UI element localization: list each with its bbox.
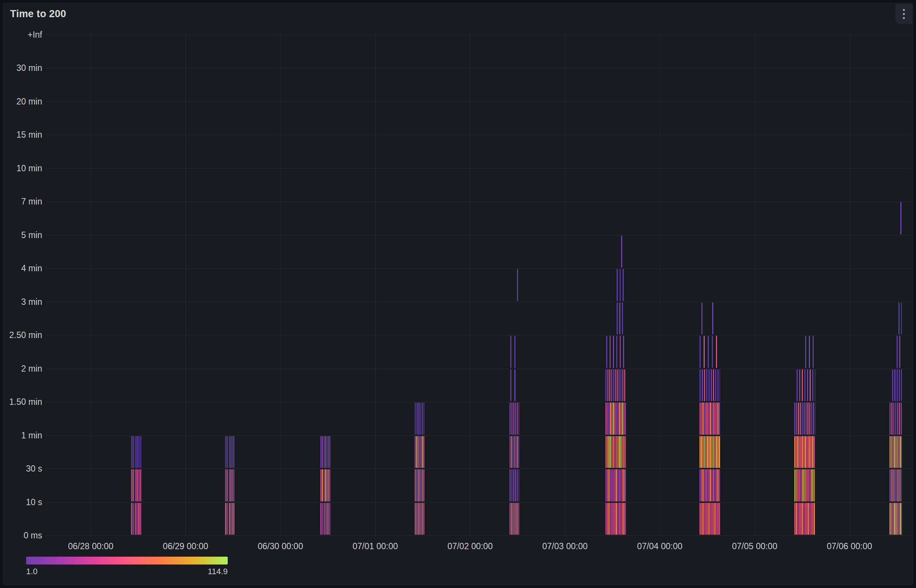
heatmap-cell[interactable] xyxy=(900,202,901,234)
heatmap-cell[interactable] xyxy=(510,336,518,367)
heatmap-cell[interactable] xyxy=(135,436,141,468)
heatmap-cell[interactable] xyxy=(510,402,519,434)
heatmap-cell[interactable] xyxy=(699,336,720,367)
heatmap-cell[interactable] xyxy=(320,503,323,535)
heatmap-cell[interactable] xyxy=(621,236,622,268)
heatmap-cell[interactable] xyxy=(794,503,815,535)
x-axis-label: 07/02 00:00 xyxy=(448,541,493,551)
heatmap-cell[interactable] xyxy=(699,436,720,468)
gridline-horizontal xyxy=(46,35,910,35)
gridline-vertical xyxy=(565,35,565,535)
heatmap-cell[interactable] xyxy=(131,436,134,468)
legend-min-value: 1.0 xyxy=(26,567,38,577)
heatmap-plot: +Inf30 min20 min15 min10 min7 min5 min4 … xyxy=(3,3,913,585)
color-scale-legend: 1.0 114.9 xyxy=(26,557,235,580)
x-axis-label: 07/04 00:00 xyxy=(637,541,683,551)
heatmap-cell[interactable] xyxy=(794,436,815,468)
gridline-horizontal xyxy=(46,135,910,135)
x-axis-label: 07/06 00:00 xyxy=(827,541,872,551)
y-axis-label: 10 s xyxy=(3,498,42,507)
heatmap-cell[interactable] xyxy=(794,402,815,434)
heatmap-cell[interactable] xyxy=(229,469,235,501)
heatmap-cell[interactable] xyxy=(897,336,902,367)
heatmap-cell[interactable] xyxy=(517,269,518,301)
heatmap-cell[interactable] xyxy=(890,503,902,535)
heatmap-cell[interactable] xyxy=(606,336,626,367)
gridline-horizontal xyxy=(46,335,910,335)
heatmap-cell[interactable] xyxy=(510,503,519,535)
y-axis-label: +Inf xyxy=(3,30,42,40)
heatmap-cell[interactable] xyxy=(324,469,330,501)
heatmap-cell[interactable] xyxy=(415,503,424,535)
heatmap-cell[interactable] xyxy=(605,469,626,501)
gridline-horizontal xyxy=(46,435,910,436)
heatmap-cell[interactable] xyxy=(890,436,902,468)
gridline-horizontal xyxy=(46,102,910,102)
heatmap-cell[interactable] xyxy=(229,503,235,535)
heatmap-cell[interactable] xyxy=(415,402,424,434)
heatmap-cell[interactable] xyxy=(617,269,625,301)
heatmap-cell[interactable] xyxy=(135,469,141,501)
gridline-vertical xyxy=(850,35,850,535)
heatmap-cell[interactable] xyxy=(225,503,228,535)
y-axis-label: 20 min xyxy=(3,97,42,106)
heatmap-cell[interactable] xyxy=(890,402,902,434)
gridline-horizontal xyxy=(46,468,910,469)
legend-max-value: 114.9 xyxy=(153,567,228,577)
heatmap-cell[interactable] xyxy=(510,369,518,401)
y-axis-label: 1 min xyxy=(3,431,42,440)
heatmap-cell[interactable] xyxy=(699,503,720,535)
x-axis-label: 06/29 00:00 xyxy=(163,541,208,551)
heatmap-cell[interactable] xyxy=(415,436,424,468)
heatmap-cell[interactable] xyxy=(324,503,330,535)
heatmap-cell[interactable] xyxy=(225,436,228,468)
heatmap-cell[interactable] xyxy=(605,369,626,401)
heatmap-cell[interactable] xyxy=(510,436,519,468)
heatmap-cell[interactable] xyxy=(701,302,702,334)
heatmap-cell[interactable] xyxy=(796,369,815,401)
y-axis-label: 30 min xyxy=(3,63,42,73)
y-axis-label: 0 ms xyxy=(3,531,42,540)
heatmap-cell[interactable] xyxy=(605,402,626,434)
y-axis-label: 5 min xyxy=(3,230,42,240)
heatmap-cell[interactable] xyxy=(320,469,323,501)
heatmap-cell[interactable] xyxy=(617,302,624,334)
heatmap-cell[interactable] xyxy=(699,402,720,434)
gridline-horizontal xyxy=(46,235,910,236)
heatmap-cell[interactable] xyxy=(892,369,902,401)
heatmap-cell[interactable] xyxy=(605,436,626,468)
heatmap-cell[interactable] xyxy=(415,469,424,501)
y-axis-label: 30 s xyxy=(3,464,42,473)
y-axis-label: 1.50 min xyxy=(3,397,42,407)
heatmap-cell[interactable] xyxy=(712,302,713,334)
heatmap-cell[interactable] xyxy=(131,469,134,501)
color-gradient-bar xyxy=(26,557,228,564)
gridline-vertical xyxy=(470,35,470,535)
gridline-horizontal xyxy=(46,402,910,402)
heatmap-cell[interactable] xyxy=(898,302,902,334)
y-axis-label: 4 min xyxy=(3,263,42,273)
heatmap-cell[interactable] xyxy=(131,503,134,535)
gridline-vertical xyxy=(660,35,660,535)
gridline-horizontal xyxy=(46,368,910,369)
heatmap-cell[interactable] xyxy=(324,436,330,468)
gridline-horizontal xyxy=(46,268,910,269)
gridline-horizontal xyxy=(46,502,910,502)
heatmap-panel: Time to 200 +Inf30 min20 min15 min10 min… xyxy=(3,3,913,585)
heatmap-cell[interactable] xyxy=(794,469,815,501)
x-axis-label: 07/03 00:00 xyxy=(542,541,588,551)
heatmap-cell[interactable] xyxy=(229,436,235,468)
x-axis-label: 06/28 00:00 xyxy=(68,541,113,551)
heatmap-cell[interactable] xyxy=(320,436,323,468)
heatmap-cell[interactable] xyxy=(805,336,815,367)
heatmap-cell[interactable] xyxy=(699,469,720,501)
heatmap-cell[interactable] xyxy=(699,369,720,401)
heatmap-cell[interactable] xyxy=(890,469,902,501)
gridline-horizontal xyxy=(46,202,910,202)
gridline-vertical xyxy=(186,35,186,535)
heatmap-cell[interactable] xyxy=(225,469,228,501)
heatmap-cell[interactable] xyxy=(135,503,141,535)
gridline-vertical xyxy=(755,35,755,535)
heatmap-cell[interactable] xyxy=(605,503,626,535)
heatmap-cell[interactable] xyxy=(510,469,519,501)
